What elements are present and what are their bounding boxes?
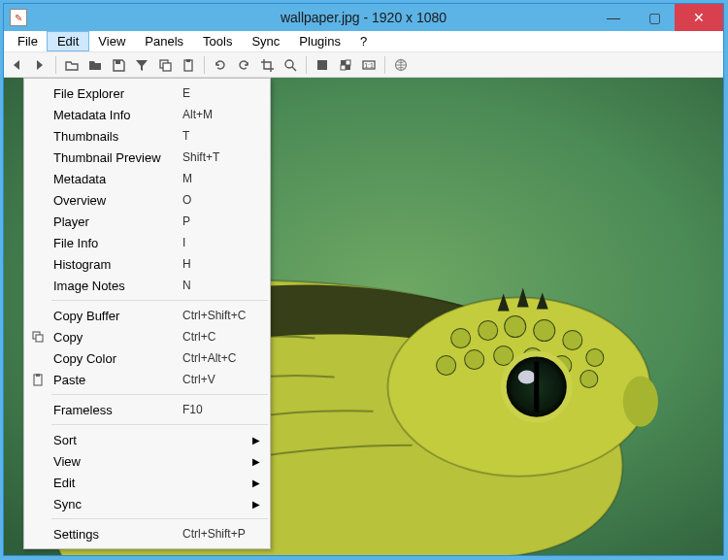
nav-back-icon[interactable] — [6, 54, 27, 76]
image-viewport[interactable]: File ExplorerEMetadata InfoAlt+MThumbnai… — [4, 78, 723, 555]
svg-rect-7 — [341, 60, 346, 65]
window-controls: — ▢ ✕ — [593, 4, 723, 31]
crop-icon[interactable] — [256, 54, 278, 76]
menuitem-label: Player — [53, 214, 182, 229]
rotate-cw-icon[interactable] — [233, 54, 254, 76]
menuitem-thumbnail-preview[interactable]: Thumbnail PreviewShift+T — [24, 147, 270, 168]
one-to-one-icon[interactable]: 1:1 — [358, 54, 380, 76]
titlebar[interactable]: ✎ wallpaper.jpg - 1920 x 1080 — ▢ ✕ — [4, 4, 723, 31]
menuitem-view[interactable]: View▶ — [24, 450, 270, 472]
menuitem-shortcut: Ctrl+Shift+C — [182, 309, 250, 322]
menuitem-shortcut: Ctrl+V — [182, 373, 250, 386]
nav-forward-icon[interactable] — [29, 54, 50, 76]
menuitem-player[interactable]: PlayerP — [24, 211, 270, 232]
svg-point-21 — [563, 331, 582, 350]
menuitem-paste[interactable]: PasteCtrl+V — [24, 369, 270, 390]
menuitem-shortcut: H — [182, 257, 250, 271]
menuitem-label: Image Notes — [53, 279, 182, 293]
menu-q[interactable]: ? — [350, 32, 377, 50]
checker-icon[interactable] — [335, 54, 356, 76]
menuitem-file-explorer[interactable]: File ExplorerE — [24, 82, 270, 104]
menuitem-edit[interactable]: Edit▶ — [24, 472, 270, 493]
svg-point-30 — [518, 371, 536, 384]
svg-point-19 — [505, 315, 526, 337]
menuitem-metadata-info[interactable]: Metadata InfoAlt+M — [24, 104, 270, 125]
menu-tools[interactable]: Tools — [193, 32, 242, 50]
folder-icon[interactable] — [84, 54, 106, 76]
menuitem-file-info[interactable]: File InfoI — [24, 232, 270, 253]
menuitem-frameless[interactable]: FramelessF10 — [24, 399, 270, 420]
menuitem-shortcut: Alt+M — [182, 108, 250, 121]
menuitem-image-notes[interactable]: Image NotesN — [24, 275, 270, 296]
fill-icon[interactable] — [312, 54, 333, 76]
menuitem-shortcut: O — [182, 193, 250, 207]
menuitem-label: Paste — [53, 373, 182, 387]
menu-divider — [51, 300, 268, 301]
close-button[interactable]: ✕ — [675, 4, 723, 31]
minimize-button[interactable]: — — [593, 4, 634, 31]
menu-divider — [51, 394, 268, 395]
rotate-ccw-icon[interactable] — [210, 54, 231, 76]
submenu-arrow-icon: ▶ — [252, 478, 260, 488]
svg-point-23 — [437, 356, 456, 376]
globe-icon[interactable] — [390, 54, 412, 76]
menuitem-shortcut: I — [182, 236, 250, 249]
menuitem-shortcut: M — [182, 172, 250, 185]
svg-rect-9 — [346, 60, 350, 65]
menuitem-copy[interactable]: CopyCtrl+C — [24, 326, 270, 347]
menuitem-shortcut: Ctrl+C — [182, 330, 250, 344]
menuitem-label: Copy — [53, 330, 182, 345]
menuitem-label: Frameless — [53, 403, 182, 417]
filter-icon[interactable] — [131, 54, 152, 76]
menuitem-metadata[interactable]: MetadataM — [24, 168, 270, 189]
maximize-button[interactable]: ▢ — [634, 4, 675, 31]
toolbar-separator — [306, 56, 307, 74]
menuitem-shortcut: Shift+T — [182, 150, 250, 164]
toolbar-separator — [204, 56, 205, 74]
menuitem-label: View — [53, 454, 250, 469]
menuitem-label: Overview — [53, 193, 182, 208]
menuitem-sync[interactable]: Sync▶ — [24, 493, 270, 514]
menuitem-histogram[interactable]: HistogramH — [24, 253, 270, 275]
svg-point-17 — [451, 329, 471, 348]
menuitem-thumbnails[interactable]: ThumbnailsT — [24, 125, 270, 147]
svg-rect-33 — [36, 335, 43, 342]
menuitem-label: Metadata Info — [53, 108, 182, 122]
folder-open-icon[interactable] — [61, 54, 83, 76]
paste-icon[interactable] — [178, 54, 199, 76]
menu-edit[interactable]: Edit — [48, 32, 88, 50]
menu-view[interactable]: View — [88, 32, 135, 50]
menuitem-shortcut: Ctrl+Shift+P — [182, 527, 250, 541]
svg-rect-35 — [36, 374, 40, 377]
svg-point-5 — [285, 60, 293, 68]
svg-point-22 — [586, 349, 604, 367]
svg-point-28 — [580, 371, 598, 388]
svg-point-20 — [534, 320, 555, 342]
menuitem-label: File Explorer — [53, 86, 182, 101]
copy-icon[interactable] — [154, 54, 176, 76]
svg-text:1:1: 1:1 — [364, 62, 374, 69]
zoom-icon[interactable] — [280, 54, 301, 76]
menuitem-sort[interactable]: Sort▶ — [24, 429, 270, 450]
menu-file[interactable]: File — [8, 32, 48, 50]
menuitem-label: Edit — [53, 476, 250, 490]
svg-rect-8 — [346, 65, 350, 70]
toolbar-separator — [55, 56, 56, 74]
menuitem-copy-color[interactable]: Copy ColorCtrl+Alt+C — [24, 347, 270, 369]
submenu-arrow-icon: ▶ — [252, 456, 260, 467]
menuitem-copy-buffer[interactable]: Copy BufferCtrl+Shift+C — [24, 305, 270, 326]
toolbar: 1:1 — [4, 52, 723, 78]
edit-menu-dropdown: File ExplorerEMetadata InfoAlt+MThumbnai… — [23, 78, 271, 549]
svg-rect-6 — [317, 60, 327, 70]
svg-point-31 — [623, 377, 658, 427]
app-icon: ✎ — [10, 9, 27, 26]
app-window: ✎ wallpaper.jpg - 1920 x 1080 — ▢ ✕ File… — [4, 4, 723, 555]
menuitem-overview[interactable]: OverviewO — [24, 189, 270, 211]
save-icon[interactable] — [108, 54, 129, 76]
menuitem-settings[interactable]: SettingsCtrl+Shift+P — [24, 523, 270, 544]
menu-panels[interactable]: Panels — [135, 32, 193, 50]
menu-plugins[interactable]: Plugins — [289, 32, 350, 50]
toolbar-separator — [384, 56, 385, 74]
menubar: FileEditViewPanelsToolsSyncPlugins? — [4, 31, 723, 52]
menu-sync[interactable]: Sync — [242, 32, 289, 50]
